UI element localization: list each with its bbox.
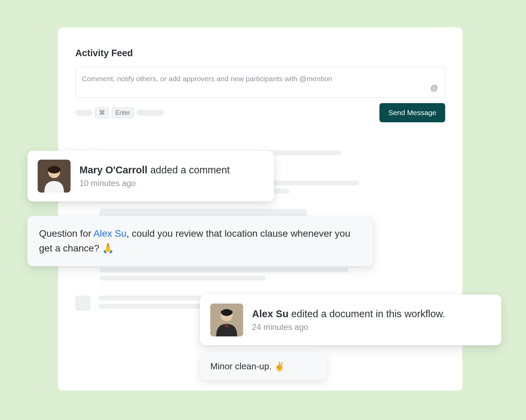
comment-composer[interactable]: Comment, notify others, or add approvers… — [75, 67, 445, 98]
pray-icon: 🙏 — [102, 243, 114, 254]
mention-icon[interactable]: @ — [430, 84, 438, 92]
activity-headline: Mary O'Carroll added a comment — [79, 164, 230, 176]
send-button[interactable]: Send Message — [379, 103, 445, 122]
hint-skeleton — [137, 110, 164, 116]
mention-link[interactable]: Alex Su — [93, 228, 127, 239]
victory-icon: ✌️ — [274, 361, 285, 371]
activity-card-alex: Alex Su edited a document in this workfl… — [200, 295, 501, 345]
composer-hint: ⌘ Enter — [75, 107, 164, 118]
kbd-enter: Enter — [112, 108, 134, 118]
panel-title: Activity Feed — [75, 48, 445, 59]
comment-text: Question for — [39, 228, 93, 239]
avatar-placeholder-icon — [38, 160, 71, 193]
activity-timestamp: 10 minutes ago — [79, 178, 230, 188]
activity-action: edited a document in this workflow. — [288, 308, 445, 319]
avatar-placeholder-icon — [210, 304, 243, 336]
skeleton-line — [99, 276, 265, 281]
comment-bubble-alex: Minor clean-up. ✌️ — [200, 353, 327, 380]
comment-text: Minor clean-up. — [210, 361, 274, 371]
skeleton-line — [99, 268, 348, 272]
skeleton-avatar — [75, 296, 90, 311]
activity-headline: Alex Su edited a document in this workfl… — [252, 308, 445, 320]
author-name: Alex Su — [252, 308, 288, 319]
activity-timestamp: 24 minutes ago — [252, 322, 445, 332]
avatar-mary — [38, 160, 71, 193]
comment-bubble-mary: Question for Alex Su, could you review t… — [27, 216, 373, 266]
hint-skeleton — [75, 110, 92, 116]
kbd-cmd: ⌘ — [95, 107, 109, 118]
activity-action: added a comment — [148, 164, 230, 175]
activity-card-mary: Mary O'Carroll added a comment 10 minute… — [27, 151, 274, 201]
composer-footer: ⌘ Enter Send Message — [75, 103, 445, 122]
svg-rect-4 — [225, 324, 229, 327]
composer-placeholder: Comment, notify others, or add approvers… — [82, 75, 332, 83]
avatar-alex — [210, 304, 243, 336]
author-name: Mary O'Carroll — [79, 164, 148, 175]
